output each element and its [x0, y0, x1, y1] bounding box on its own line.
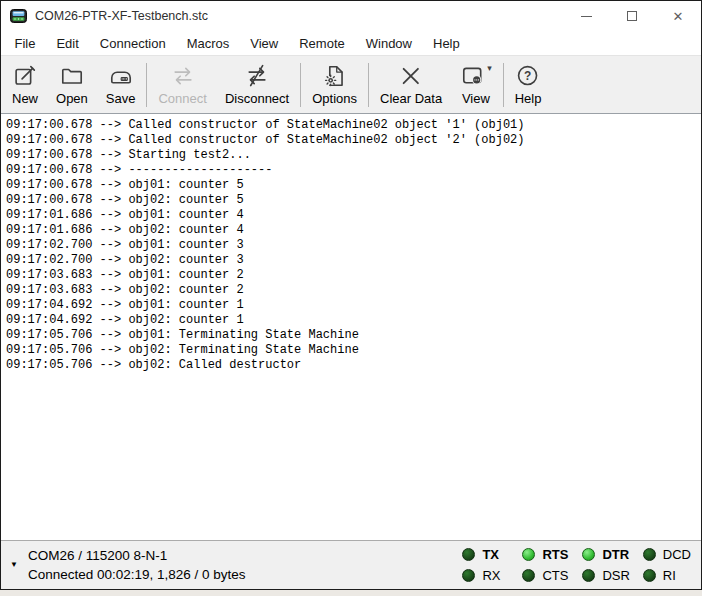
status-port-info: COM26 / 115200 8-N-1: [28, 546, 246, 566]
svg-text:?: ?: [524, 69, 531, 83]
terminal-line: 09:17:05.706 --> obj01: Terminating Stat…: [6, 328, 701, 343]
terminal-line: 09:17:00.678 --> obj01: counter 5: [6, 178, 701, 193]
led-ri: RI: [643, 568, 691, 583]
status-dropdown-toggle[interactable]: ▼: [10, 561, 18, 569]
menu-view[interactable]: View: [240, 36, 289, 51]
terminal-line: 09:17:00.678 --> obj02: counter 5: [6, 193, 701, 208]
menu-file[interactable]: File: [4, 36, 46, 51]
terminal-line: 09:17:01.686 --> obj01: counter 4: [6, 208, 701, 223]
terminal-line: 09:17:02.700 --> obj02: counter 3: [6, 253, 701, 268]
cts-led-icon: [522, 569, 535, 582]
menu-help[interactable]: Help: [423, 36, 471, 51]
save-button[interactable]: Save: [97, 58, 145, 112]
window-title: COM26-PTR-XF-Testbench.stc: [35, 9, 208, 23]
clear-data-icon: [398, 63, 424, 89]
app-icon: [10, 9, 27, 23]
terminal-line: 09:17:04.692 --> obj02: counter 1: [6, 313, 701, 328]
rx-led-icon: [462, 569, 475, 582]
toolbar: New Open Save Connect: [1, 55, 701, 114]
rts-led-icon: [522, 548, 535, 561]
led-tx: TX: [462, 547, 509, 562]
menu-connection[interactable]: Connection: [89, 36, 176, 51]
terminal-line: 09:17:00.678 --> Starting test2...: [6, 148, 701, 163]
menu-remote[interactable]: Remote: [289, 36, 356, 51]
options-button[interactable]: Options: [303, 58, 366, 112]
view-button[interactable]: ▾ View: [451, 58, 501, 112]
status-text: COM26 / 115200 8-N-1 Connected 00:02:19,…: [28, 546, 246, 585]
led-dcd: DCD: [643, 547, 691, 562]
terminal-line: 09:17:01.686 --> obj02: counter 4: [6, 223, 701, 238]
dropdown-caret-icon: ▾: [487, 64, 492, 73]
terminal-line: 09:17:05.706 --> obj02: Terminating Stat…: [6, 343, 701, 358]
menu-edit[interactable]: Edit: [46, 36, 89, 51]
title-bar[interactable]: COM26-PTR-XF-Testbench.stc ✕: [1, 1, 701, 31]
terminal-line: 09:17:02.700 --> obj01: counter 3: [6, 238, 701, 253]
desktop-below-window: [0, 590, 702, 596]
close-button[interactable]: ✕: [655, 1, 701, 31]
disconnect-icon: [244, 63, 270, 89]
terminal-line: 09:17:00.678 --> Called constructor of S…: [6, 133, 701, 148]
close-icon: ✕: [673, 10, 684, 23]
led-cts: CTS: [522, 568, 569, 583]
help-button[interactable]: ? Help: [506, 58, 551, 112]
terminal-line: 09:17:03.683 --> obj01: counter 2: [6, 268, 701, 283]
led-dtr: DTR: [582, 547, 629, 562]
led-dsr: DSR: [582, 568, 629, 583]
status-connection-info: Connected 00:02:19, 1,826 / 0 bytes: [28, 565, 246, 585]
terminal-line: 09:17:00.678 --> --------------------: [6, 163, 701, 178]
led-rx: RX: [462, 568, 509, 583]
terminal-line: 09:17:05.706 --> obj02: Called destructo…: [6, 358, 701, 373]
menu-macros[interactable]: Macros: [176, 36, 240, 51]
new-button[interactable]: New: [3, 58, 47, 112]
dcd-led-icon: [643, 548, 656, 561]
maximize-button[interactable]: [609, 1, 655, 31]
dsr-led-icon: [582, 569, 595, 582]
terminal-line: 09:17:03.683 --> obj02: counter 2: [6, 283, 701, 298]
menu-bar: File Edit Connection Macros View Remote …: [1, 31, 701, 55]
toolbar-separator: [146, 63, 147, 107]
clear-data-button[interactable]: Clear Data: [371, 58, 451, 112]
menu-window[interactable]: Window: [355, 36, 422, 51]
window-controls: ✕: [563, 1, 701, 31]
ri-led-icon: [643, 569, 656, 582]
toolbar-separator: [368, 63, 369, 107]
connect-icon: [170, 63, 196, 89]
open-button[interactable]: Open: [47, 58, 97, 112]
terminal-output[interactable]: 09:17:00.678 --> Called constructor of S…: [1, 114, 701, 540]
minimize-icon: [581, 16, 592, 17]
maximize-icon: [627, 11, 637, 21]
minimize-button[interactable]: [563, 1, 609, 31]
save-icon: [108, 63, 134, 89]
status-bar: ▼ COM26 / 115200 8-N-1 Connected 00:02:1…: [1, 540, 701, 589]
new-document-icon: [12, 63, 38, 89]
terminal-line: 09:17:04.692 --> obj01: counter 1: [6, 298, 701, 313]
tx-led-icon: [462, 548, 475, 561]
open-folder-icon: [59, 63, 85, 89]
serial-line-indicators: TX RX RTS CTS DTR DSR DCD RI: [462, 544, 691, 586]
disconnect-button[interactable]: Disconnect: [216, 58, 298, 112]
dtr-led-icon: [582, 548, 595, 561]
connect-button[interactable]: Connect: [149, 58, 215, 112]
led-rts: RTS: [522, 547, 569, 562]
toolbar-separator: [503, 63, 504, 107]
toolbar-separator: [300, 63, 301, 107]
terminal-line: 09:17:00.678 --> Called constructor of S…: [6, 118, 701, 133]
options-gear-icon: [322, 63, 348, 89]
view-window-icon: [460, 63, 486, 89]
help-icon: ?: [515, 63, 541, 89]
app-window: COM26-PTR-XF-Testbench.stc ✕ File Edit C…: [0, 0, 702, 590]
